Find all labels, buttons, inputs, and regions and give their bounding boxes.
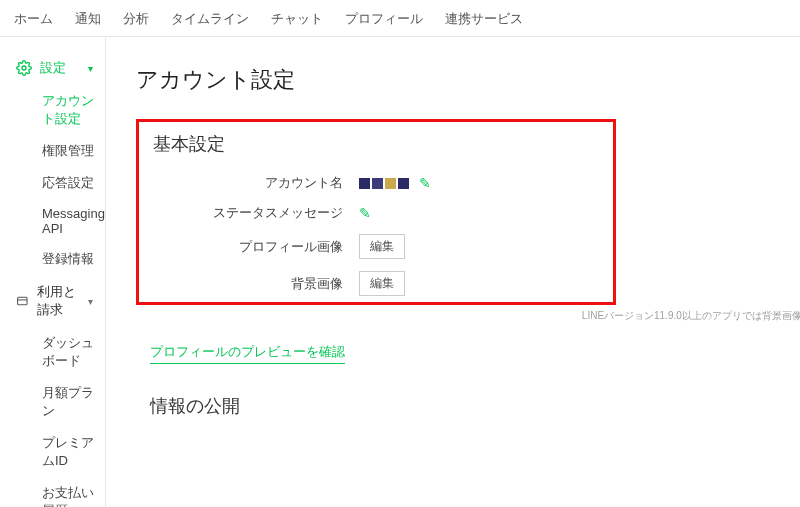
sidebar-item-registration[interactable]: 登録情報 [6,243,105,275]
content: アカウント設定 基本設定 アカウント名 ✎ ステータスメッセージ ✎ [106,37,800,507]
sidebar-item-payment-history[interactable]: お支払い履歴 [6,477,105,507]
top-nav: ホーム 通知 分析 タイムライン チャット プロフィール 連携サービス [0,0,800,37]
edit-account-name-icon[interactable]: ✎ [419,175,431,191]
sidebar-item-messaging-api[interactable]: Messaging API [6,199,105,243]
row-account-name: アカウント名 ✎ [139,174,613,192]
label-account-name: アカウント名 [153,174,343,192]
profile-preview-link[interactable]: プロフィールのプレビューを確認 [150,343,345,364]
edit-profile-image-button[interactable]: 編集 [359,234,405,259]
label-status-message: ステータスメッセージ [153,204,343,222]
row-status-message: ステータスメッセージ ✎ [139,204,613,222]
tab-insight[interactable]: 分析 [123,10,149,28]
sidebar: 設定 ▾ アカウント設定 権限管理 応答設定 Messaging API 登録情… [0,37,106,507]
svg-rect-1 [18,297,27,304]
section-basic-title: 基本設定 [139,132,613,162]
chevron-down-icon: ▾ [88,63,93,74]
edit-status-message-icon[interactable]: ✎ [359,205,371,221]
tab-timeline[interactable]: タイムライン [171,10,249,28]
row-profile-image: プロフィール画像 編集 [139,234,613,259]
sidebar-item-response[interactable]: 応答設定 [6,167,105,199]
label-profile-image: プロフィール画像 [153,238,343,256]
tab-profile[interactable]: プロフィール [345,10,423,28]
tab-notify[interactable]: 通知 [75,10,101,28]
card-icon [16,293,29,309]
sidebar-group-billing[interactable]: 利用と請求 ▾ [6,275,105,327]
row-bg-image: 背景画像 編集 [139,271,613,296]
section-public-title: 情報の公開 [136,394,800,418]
tab-services[interactable]: 連携サービス [445,10,523,28]
svg-point-0 [22,66,26,70]
sidebar-item-monthly-plan[interactable]: 月額プラン [6,377,105,427]
sidebar-group-settings[interactable]: 設定 ▾ [6,51,105,85]
bg-image-note: LINEバージョン11.9.0以上のアプリでは背景画像が表示されません。 [136,309,800,323]
label-bg-image: 背景画像 [153,275,343,293]
tab-home[interactable]: ホーム [14,10,53,28]
sidebar-item-dashboard[interactable]: ダッシュボード [6,327,105,377]
chevron-down-icon: ▾ [88,296,93,307]
sidebar-group-settings-label: 設定 [40,59,66,77]
sidebar-item-premium-id[interactable]: プレミアムID [6,427,105,477]
sidebar-item-account-settings[interactable]: アカウント設定 [6,85,105,135]
edit-bg-image-button[interactable]: 編集 [359,271,405,296]
sidebar-item-permissions[interactable]: 権限管理 [6,135,105,167]
gear-icon [16,60,32,76]
sidebar-group-billing-label: 利用と請求 [37,283,88,319]
page-title: アカウント設定 [136,65,800,95]
basic-settings-highlight: 基本設定 アカウント名 ✎ ステータスメッセージ ✎ プロフィール画像 [136,119,616,305]
tab-chat[interactable]: チャット [271,10,323,28]
account-name-value [359,178,409,189]
